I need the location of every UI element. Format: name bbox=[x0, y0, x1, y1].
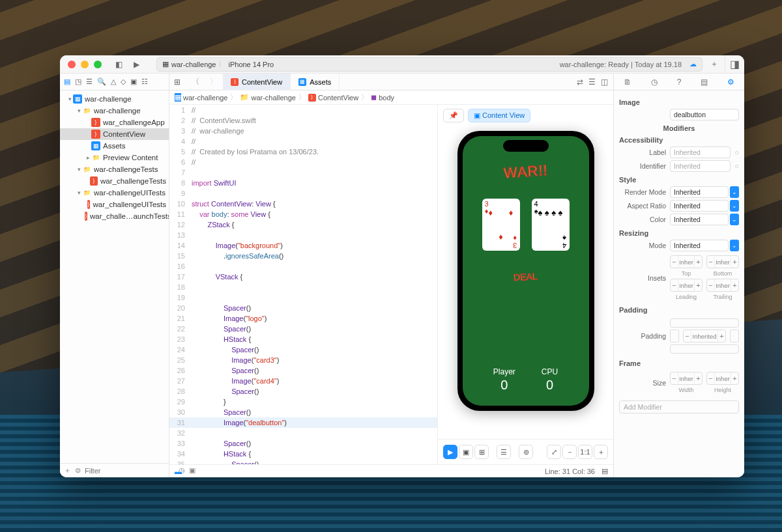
code-line[interactable]: 6// bbox=[169, 157, 437, 167]
padding-top-toggle[interactable] bbox=[670, 318, 739, 328]
debug-nav-icon[interactable]: ▣ bbox=[130, 77, 137, 86]
code-line[interactable]: 21 Image("logo") bbox=[169, 313, 437, 324]
code-line[interactable]: 1// bbox=[169, 105, 437, 115]
selectable-button[interactable]: ▣ bbox=[459, 445, 473, 459]
code-line[interactable]: 10struct ContentView: View { bbox=[169, 199, 437, 209]
project-root[interactable]: ▾▦war-challenge bbox=[60, 93, 169, 105]
sidebar-toggle-icon[interactable]: ◧ bbox=[113, 59, 124, 70]
code-line[interactable]: 29 } bbox=[169, 397, 437, 407]
code-line[interactable]: 8import SwiftUI bbox=[169, 178, 437, 188]
code-line[interactable]: 14 Image("background") bbox=[169, 240, 437, 251]
file-inspector-icon[interactable]: 🗎 bbox=[624, 77, 631, 87]
chevron-down-icon[interactable]: ⌄ bbox=[730, 240, 739, 251]
tree-item[interactable]: ⟩war_challe…aunchTests bbox=[60, 210, 169, 222]
tree-item[interactable]: ⟩ContentView bbox=[60, 128, 169, 140]
add-icon[interactable]: ＋ bbox=[64, 466, 71, 475]
code-line[interactable]: 20 Spacer() bbox=[169, 303, 437, 313]
tree-item[interactable]: ▾📁war-challengeUITests bbox=[60, 187, 169, 199]
code-line[interactable]: 3// war-challenge bbox=[169, 126, 437, 136]
inset-leading-stepper[interactable]: −Inher+ bbox=[670, 279, 702, 292]
breadcrumb-icon[interactable]: ▬ bbox=[175, 468, 182, 475]
inset-trailing-stepper[interactable]: −Inher+ bbox=[706, 279, 739, 292]
code-line[interactable]: 25 Image("card3") bbox=[169, 355, 437, 365]
dot-icon[interactable]: ○ bbox=[734, 148, 739, 156]
code-line[interactable]: 11 var body: some View { bbox=[169, 209, 437, 219]
symbol-nav-icon[interactable]: ☰ bbox=[86, 77, 93, 86]
identity-inspector-icon[interactable]: ▤ bbox=[701, 77, 708, 87]
code-line[interactable]: 26 Spacer() bbox=[169, 365, 437, 376]
color-select[interactable]: Inherited bbox=[670, 214, 729, 225]
device-settings-button[interactable]: ☰ bbox=[497, 445, 511, 459]
chevron-down-icon[interactable]: ⌄ bbox=[730, 186, 739, 198]
image-name-field[interactable]: dealbutton bbox=[670, 109, 739, 120]
preferences-button[interactable]: ⊚ bbox=[519, 445, 533, 459]
source-control-nav-icon[interactable]: ◳ bbox=[75, 77, 81, 86]
chevron-down-icon[interactable]: ⌄ bbox=[730, 214, 739, 225]
adjust-editor-icon[interactable]: ☰ bbox=[588, 77, 596, 87]
forward-icon[interactable]: 〉 bbox=[209, 77, 219, 87]
scheme-status-bar[interactable]: ▦ war-challenge 〉 iPhone 14 Pro war-chal… bbox=[156, 57, 702, 72]
code-line[interactable]: 9 bbox=[169, 188, 437, 199]
acc-label-field[interactable]: Inherited bbox=[670, 147, 731, 158]
code-editor[interactable]: 1//2// ContentView.swift3// war-challeng… bbox=[169, 105, 437, 464]
variants-button[interactable]: ⊞ bbox=[474, 445, 489, 459]
zoom-in-button[interactable]: ＋ bbox=[594, 445, 608, 459]
code-line[interactable]: 30 Spacer() bbox=[169, 407, 437, 417]
run-button[interactable]: ▶ bbox=[128, 59, 145, 70]
filter-scope-icon[interactable]: ⊜ bbox=[75, 466, 81, 475]
tab-contentview[interactable]: ⟩ ContentView bbox=[223, 74, 291, 91]
add-modifier-field[interactable]: Add Modifier bbox=[619, 400, 739, 413]
device-screen[interactable]: WAR!! 3♦ ♦♦♦ 3♦ 4♠ ♠♠♠♠ bbox=[463, 136, 589, 406]
code-line[interactable]: 12 ZStack { bbox=[169, 219, 437, 230]
zoom-out-button[interactable]: － bbox=[562, 445, 577, 459]
chevron-down-icon[interactable]: ⌄ bbox=[730, 200, 739, 212]
related-items-icon[interactable]: ⊞ bbox=[172, 77, 182, 87]
tree-item[interactable]: ▸📁Preview Content bbox=[60, 152, 169, 163]
code-line[interactable]: 33 Spacer() bbox=[169, 438, 437, 449]
code-line[interactable]: 13 bbox=[169, 230, 437, 240]
padding-right-toggle[interactable] bbox=[730, 329, 739, 343]
preview-selector[interactable]: ▣ Content View bbox=[468, 109, 530, 122]
inspector-toggle-icon[interactable]: ◨ bbox=[725, 55, 744, 74]
code-line[interactable]: 2// ContentView.swift bbox=[169, 115, 437, 126]
code-line[interactable]: 28 Spacer() bbox=[169, 386, 437, 397]
render-mode-select[interactable]: Inherited bbox=[670, 186, 729, 198]
code-line[interactable]: 17 VStack { bbox=[169, 272, 437, 282]
width-stepper[interactable]: −Inher+ bbox=[670, 372, 702, 385]
tree-item[interactable]: ⟩war_challengeTests bbox=[60, 175, 169, 187]
aspect-ratio-select[interactable]: Inherited bbox=[670, 200, 729, 212]
issue-nav-icon[interactable]: △ bbox=[111, 77, 116, 86]
zoom-100-button[interactable]: 1:1 bbox=[578, 445, 592, 459]
tab-assets[interactable]: ▦ Assets bbox=[291, 74, 340, 91]
code-line[interactable]: 5// Created by Iosi Pratama on 13/06/23. bbox=[169, 147, 437, 157]
code-line[interactable]: 19 bbox=[169, 292, 437, 303]
add-button[interactable]: ＋ bbox=[708, 59, 721, 70]
close-button[interactable] bbox=[68, 61, 76, 68]
tree-item[interactable]: ▾📁war-challengeTests bbox=[60, 163, 169, 175]
zoom-fit-button[interactable]: ⤢ bbox=[547, 445, 561, 459]
history-inspector-icon[interactable]: ◷ bbox=[651, 77, 658, 87]
attributes-inspector-icon[interactable]: ⚙ bbox=[727, 77, 734, 87]
zoom-button[interactable] bbox=[94, 61, 102, 68]
add-editor-icon[interactable]: ◫ bbox=[601, 77, 608, 87]
tree-item[interactable]: ⟩war_challengeUITests bbox=[60, 199, 169, 210]
code-line[interactable]: 23 HStack { bbox=[169, 334, 437, 344]
tree-item[interactable]: ▦Assets bbox=[60, 140, 169, 152]
padding-stepper[interactable]: −Inherited+ bbox=[683, 329, 726, 343]
inset-top-stepper[interactable]: −Inher+ bbox=[670, 255, 702, 268]
code-line[interactable]: 27 Image("card4") bbox=[169, 376, 437, 386]
report-nav-icon[interactable]: ☷ bbox=[141, 77, 148, 86]
code-line[interactable]: 31 Image("dealbutton") bbox=[169, 417, 437, 428]
tree-item[interactable]: ▾📁war-challenge bbox=[60, 105, 169, 117]
project-nav-icon[interactable]: ▤ bbox=[64, 77, 70, 86]
live-preview-button[interactable]: ▶ bbox=[443, 445, 457, 459]
project-tree[interactable]: ▾▦war-challenge▾📁war-challenge ⟩war_chal… bbox=[60, 91, 169, 463]
test-nav-icon[interactable]: ◇ bbox=[121, 77, 126, 86]
resize-mode-select[interactable]: Inherited bbox=[670, 240, 729, 251]
inset-bottom-stepper[interactable]: −Inher+ bbox=[706, 255, 739, 268]
padding-bottom-toggle[interactable] bbox=[670, 344, 739, 354]
filter-input[interactable] bbox=[85, 467, 175, 475]
code-line[interactable]: 4// bbox=[169, 136, 437, 147]
pin-preview-button[interactable]: 📌 bbox=[443, 109, 464, 122]
code-line[interactable]: 15 .ignoresSafeArea() bbox=[169, 251, 437, 261]
